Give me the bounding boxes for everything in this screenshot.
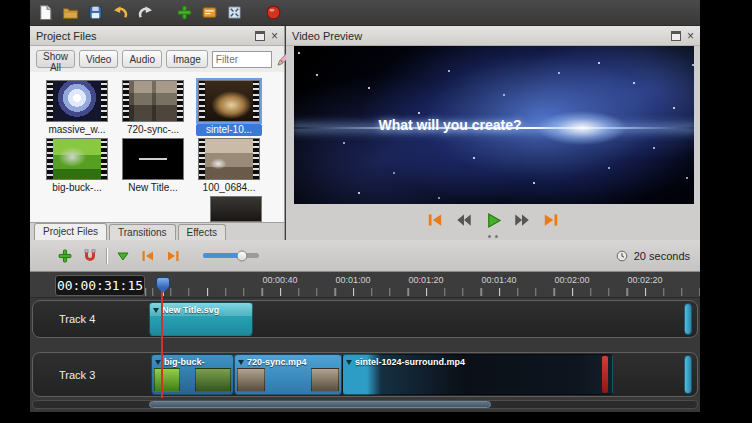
filter-input[interactable] (212, 51, 272, 68)
playhead-line (161, 290, 163, 398)
float-panel-icon[interactable] (255, 31, 265, 41)
clip-label: sintel-1024-surround.mp4 (355, 357, 465, 367)
file-label: big-buck-... (44, 182, 110, 194)
file-thumbnail (198, 80, 260, 122)
filter-button[interactable]: Image (166, 50, 208, 68)
video-canvas: What will you create? (294, 46, 694, 204)
zoom-scale-icon (615, 249, 629, 263)
project-file-item[interactable]: sintel-10... (196, 80, 262, 136)
jump-to-start-button[interactable] (425, 210, 445, 230)
project-files-titlebar: Project Files × (30, 26, 284, 46)
project-file-item[interactable]: 100_0684... (196, 138, 262, 194)
playhead-handle[interactable] (156, 277, 170, 289)
panel-splitter[interactable] (286, 233, 700, 239)
file-thumbnail-image (53, 139, 101, 179)
add-track-button[interactable] (56, 247, 74, 265)
file-label: 100_0684... (196, 182, 262, 194)
clip-menu-caret-icon[interactable] (153, 308, 159, 313)
add-marker-button[interactable] (114, 247, 132, 265)
openshot-window: Project Files × Show AllVideoAudioImage … (30, 0, 700, 412)
file-label: New Title... (120, 182, 186, 194)
file-thumbnail-image (129, 81, 177, 121)
previous-marker-button[interactable] (139, 247, 157, 265)
fullscreen-button[interactable] (224, 3, 244, 23)
scrollbar-handle[interactable] (149, 401, 491, 408)
file-thumbnail (46, 80, 108, 122)
zoom-slider-handle[interactable] (237, 250, 248, 261)
rewind-button[interactable] (454, 210, 474, 230)
clip-header: 720-sync.mp4 (235, 355, 341, 368)
ruler-time-label: 00:02:00 (554, 275, 589, 285)
timeline-clip[interactable]: big-buck- (151, 354, 234, 395)
file-filter-row: Show AllVideoAudioImage (30, 46, 284, 72)
zoom-scale-label: 20 seconds (634, 250, 690, 262)
file-thumbnail (46, 138, 108, 180)
panel-tab[interactable]: Project Files (34, 223, 107, 240)
clip-header: sintel-1024-surround.mp4 (343, 355, 612, 368)
open-project-button[interactable] (60, 3, 80, 23)
jump-to-start-icon (426, 211, 444, 229)
track-endcap-clip[interactable] (684, 303, 692, 335)
project-file-item[interactable]: big-buck-... (44, 138, 110, 194)
play-button[interactable] (483, 210, 503, 230)
next-marker-icon (165, 248, 181, 264)
timeline-zoom-slider[interactable] (203, 253, 259, 258)
screen: Project Files × Show AllVideoAudioImage … (0, 0, 752, 423)
snapping-toggle-button[interactable] (81, 247, 99, 265)
rewind-icon (455, 211, 473, 229)
track-endcap-clip[interactable] (684, 355, 692, 394)
file-thumbnail-image (205, 81, 253, 121)
file-thumbnail (198, 138, 260, 180)
panel-tab[interactable]: Transitions (109, 224, 176, 240)
timeline-ruler: 00:00:31:15 00:00:4000:01:0000:01:2000:0… (30, 272, 700, 298)
playback-time-display[interactable]: 00:00:31:15 (55, 275, 145, 296)
close-panel-icon[interactable]: × (687, 31, 694, 41)
file-label: sintel-10... (196, 124, 262, 136)
snapping-icon (82, 248, 98, 264)
fast-forward-button[interactable] (512, 210, 532, 230)
ruler-time-label: 00:01:40 (481, 275, 516, 285)
clip-menu-caret-icon[interactable] (346, 360, 352, 365)
next-marker-button[interactable] (164, 247, 182, 265)
file-label: 720-sync-... (120, 124, 186, 136)
partial-file-thumbnail[interactable] (210, 196, 262, 222)
filter-button[interactable]: Audio (122, 50, 162, 68)
project-file-item[interactable]: massive_w... (44, 80, 110, 136)
track-row-4: Track 4 New Title.svg (32, 300, 698, 338)
clip-label: big-buck- (164, 357, 205, 367)
fullscreen-icon (226, 4, 243, 21)
clip-label: New Title.svg (162, 305, 219, 315)
export-video-button[interactable] (263, 3, 283, 23)
file-label: massive_w... (44, 124, 110, 136)
filter-button[interactable]: Video (79, 50, 118, 68)
timeline-section: 20 seconds 00:00:31:15 00:00:4000:01:000… (30, 240, 700, 412)
new-project-button[interactable] (35, 3, 55, 23)
timeline-clip[interactable]: 720-sync.mp4 (234, 354, 342, 395)
video-preview-panel: Video Preview × What will you create? (286, 26, 700, 240)
save-project-button[interactable] (85, 3, 105, 23)
ruler-strip[interactable]: 00:00:4000:01:0000:01:2000:01:4000:02:00… (145, 272, 700, 297)
clip-menu-caret-icon[interactable] (238, 360, 244, 365)
fast-forward-icon (513, 211, 531, 229)
undo-icon (112, 4, 129, 21)
timeline-horizontal-scrollbar[interactable] (32, 400, 698, 409)
float-panel-icon[interactable] (671, 31, 681, 41)
clip-header: New Title.svg (150, 303, 252, 316)
clip-label: 720-sync.mp4 (247, 357, 307, 367)
redo-button[interactable] (135, 3, 155, 23)
jump-to-end-button[interactable] (541, 210, 561, 230)
timeline-clip[interactable]: New Title.svg (149, 302, 253, 336)
ruler-time-label: 00:00:40 (262, 275, 297, 285)
jump-to-end-icon (542, 211, 560, 229)
timeline-clip[interactable]: sintel-1024-surround.mp4 (342, 354, 613, 395)
save-project-icon (87, 4, 104, 21)
close-panel-icon[interactable]: × (271, 31, 278, 41)
import-files-button[interactable] (174, 3, 194, 23)
choose-profile-button[interactable] (199, 3, 219, 23)
open-project-icon (62, 4, 79, 21)
panel-tab[interactable]: Effects (178, 224, 226, 240)
filter-button[interactable]: Show All (36, 50, 75, 68)
project-file-item[interactable]: 720-sync-... (120, 80, 186, 136)
undo-button[interactable] (110, 3, 130, 23)
project-file-item[interactable]: New Title... (120, 138, 186, 194)
